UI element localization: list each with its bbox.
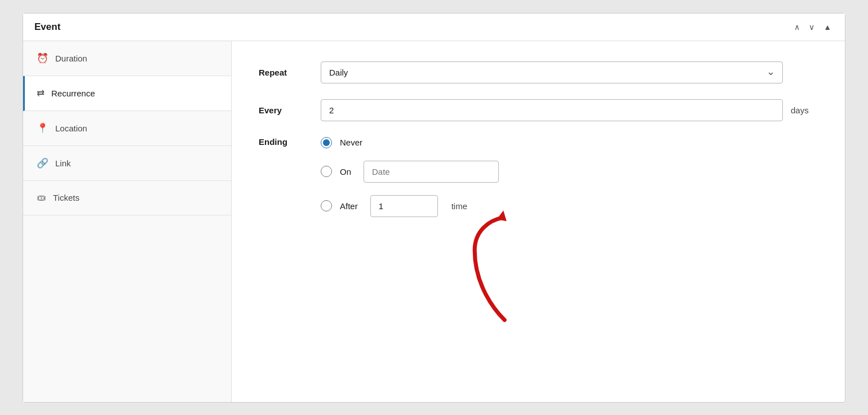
collapse-down-icon[interactable]: ∨ bbox=[807, 21, 817, 33]
header-controls: ∧ ∨ ▲ bbox=[792, 21, 834, 33]
ending-on-radio[interactable] bbox=[321, 166, 332, 177]
ending-after-radio[interactable] bbox=[321, 200, 332, 211]
ending-on-date-input[interactable] bbox=[364, 161, 499, 183]
clock-icon: ⏰ bbox=[37, 52, 48, 64]
every-label: Every bbox=[259, 105, 321, 115]
sidebar-item-recurrence[interactable]: ⇄ Recurrence bbox=[23, 76, 231, 111]
ending-after-input[interactable] bbox=[370, 195, 438, 217]
main-content: Repeat Daily Weekly Monthly Yearly Every bbox=[232, 41, 845, 402]
ending-on-option: On bbox=[321, 161, 499, 183]
every-control bbox=[321, 99, 783, 121]
ending-after-option: After time bbox=[321, 195, 499, 217]
every-suffix: days bbox=[791, 105, 809, 115]
panel-body: ⏰ Duration ⇄ Recurrence 📍 Location 🔗 Lin… bbox=[23, 41, 845, 402]
sidebar: ⏰ Duration ⇄ Recurrence 📍 Location 🔗 Lin… bbox=[23, 41, 232, 402]
after-suffix: time bbox=[451, 201, 467, 211]
panel-title: Event bbox=[34, 21, 60, 33]
recurrence-icon: ⇄ bbox=[37, 87, 45, 99]
expand-icon[interactable]: ▲ bbox=[821, 21, 834, 33]
ending-label: Ending bbox=[259, 137, 321, 147]
collapse-up-icon[interactable]: ∧ bbox=[792, 21, 802, 33]
ending-never-label[interactable]: Never bbox=[340, 138, 362, 147]
ending-after-label[interactable]: After bbox=[340, 201, 358, 211]
repeat-control: Daily Weekly Monthly Yearly bbox=[321, 61, 783, 83]
link-icon: 🔗 bbox=[37, 157, 48, 169]
repeat-row: Repeat Daily Weekly Monthly Yearly bbox=[259, 61, 818, 83]
arrow-annotation bbox=[423, 210, 536, 340]
ending-never-radio[interactable] bbox=[321, 137, 332, 148]
ending-on-label[interactable]: On bbox=[340, 167, 351, 176]
sidebar-item-tickets[interactable]: 🎟 Tickets bbox=[23, 181, 231, 215]
tickets-icon: 🎟 bbox=[37, 192, 46, 204]
every-input[interactable] bbox=[321, 99, 783, 121]
sidebar-item-label: Duration bbox=[55, 54, 87, 63]
event-panel: Event ∧ ∨ ▲ ⏰ Duration ⇄ Recurrence 📍 Lo… bbox=[23, 13, 845, 403]
location-icon: 📍 bbox=[37, 122, 48, 134]
sidebar-item-label: Tickets bbox=[53, 193, 79, 202]
sidebar-item-link[interactable]: 🔗 Link bbox=[23, 146, 231, 181]
sidebar-item-label: Recurrence bbox=[51, 89, 95, 98]
ending-row: Ending Never On bbox=[259, 137, 818, 217]
panel-header: Event ∧ ∨ ▲ bbox=[23, 14, 845, 41]
ending-never-option: Never bbox=[321, 137, 499, 148]
sidebar-item-duration[interactable]: ⏰ Duration bbox=[23, 41, 231, 76]
repeat-select-wrapper: Daily Weekly Monthly Yearly bbox=[321, 61, 783, 83]
ending-options: Never On After time bbox=[321, 137, 499, 217]
sidebar-item-label: Link bbox=[55, 158, 71, 168]
every-row: Every days bbox=[259, 99, 818, 121]
sidebar-item-location[interactable]: 📍 Location bbox=[23, 111, 231, 146]
repeat-label: Repeat bbox=[259, 68, 321, 77]
sidebar-item-label: Location bbox=[55, 123, 87, 133]
repeat-select[interactable]: Daily Weekly Monthly Yearly bbox=[321, 61, 783, 83]
